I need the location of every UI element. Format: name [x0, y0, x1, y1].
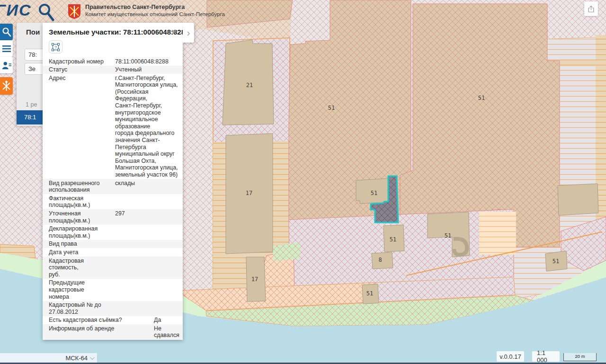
- table-row: Фактическая площадь(кв.м.): [43, 194, 183, 209]
- svg-text:8: 8: [378, 257, 382, 263]
- parcel-info-popup: Земельные участки: 78:11:0006048:8288 × …: [43, 23, 183, 340]
- table-row: Предыдущие кадастровые номера: [43, 279, 183, 301]
- person-list-icon: [1, 60, 12, 71]
- row-label: Вид права: [49, 240, 115, 248]
- layer-select-input[interactable]: Зе: [25, 63, 43, 75]
- app-window: 215151175151518175151 РГИС Правительство…: [0, 0, 606, 364]
- owner-search-button[interactable]: [0, 57, 13, 73]
- table-row: Вид разрешенного использованиясклады: [43, 179, 183, 194]
- map-parcel[interactable]: [560, 60, 597, 66]
- svg-text:21: 21: [246, 82, 253, 89]
- row-value: [115, 249, 178, 256]
- table-row: Вид права: [43, 240, 183, 249]
- building-8[interactable]: [372, 252, 393, 269]
- table-row: СтатусУчтенный: [43, 66, 183, 74]
- svg-text:51: 51: [366, 290, 373, 297]
- row-value: [115, 240, 178, 248]
- svg-text:51: 51: [390, 236, 396, 243]
- gov-header-text: Правительство Санкт-Петербурга Комитет и…: [85, 4, 225, 17]
- popup-title: Земельные участки: 78:11:0006048:8288: [43, 23, 183, 36]
- cadastral-number-input[interactable]: 78:: [25, 49, 43, 61]
- scale-indicator[interactable]: 1:1 000: [532, 351, 560, 362]
- building-right-top[interactable]: [558, 184, 598, 215]
- close-icon[interactable]: ×: [169, 27, 178, 36]
- svg-text:51: 51: [328, 105, 335, 111]
- version-badge: v.0.0.17: [497, 351, 524, 362]
- row-value: Да: [154, 317, 178, 324]
- row-label: Декларированная площадь(кв.м.): [49, 225, 115, 239]
- popup-table: Кадастровый номер78:11:0006048:8288Стату…: [43, 57, 183, 340]
- map-parcel[interactable]: [479, 212, 516, 255]
- spb-emblem-icon: [1, 80, 11, 92]
- row-label: Статус: [49, 66, 115, 73]
- row-label: Адрес: [49, 75, 115, 178]
- search-panel: Пои 78: Зе 1 ре 78:1: [17, 23, 43, 126]
- table-row: Кадастровый номер78:11:0006048:8288: [43, 57, 183, 66]
- row-label: Вид разрешенного использования: [49, 180, 115, 194]
- table-row: Информация об арендеНе сдавался: [43, 324, 183, 339]
- row-label: Фактическая площадь(кв.м.): [49, 195, 115, 209]
- row-value: [115, 225, 178, 239]
- row-label: Кадастровый № до 27.08.2012: [49, 302, 115, 315]
- table-row: Уточненная площадь(кв.м.)297: [43, 209, 183, 224]
- row-value: [115, 257, 178, 278]
- identify-tool-icon: ?: [52, 43, 60, 51]
- row-label: Предыдущие кадастровые номера: [49, 279, 115, 300]
- result-row-selected[interactable]: 78:1: [17, 110, 43, 124]
- svg-text:51: 51: [478, 95, 485, 101]
- row-value: г.Санкт-Петербург, Магнитогорская улица,…: [115, 75, 178, 178]
- row-value: [115, 279, 178, 300]
- results-count: 1 ре: [26, 101, 37, 108]
- table-row: Декларированная площадь(кв.м.): [43, 225, 183, 240]
- layers-menu-button[interactable]: [0, 40, 13, 57]
- svg-text:?: ?: [54, 44, 57, 49]
- row-label: Есть кадастровая съёмка?: [49, 317, 154, 324]
- search-tool-button[interactable]: [0, 24, 13, 40]
- row-value: Не сдавался: [154, 325, 179, 339]
- table-row: Кадастровая стоимость, руб.: [43, 257, 183, 279]
- row-value: 78:11:0006048:8288: [115, 58, 178, 65]
- identify-tool-button[interactable]: ?: [49, 40, 62, 53]
- table-row: Адресг.Санкт-Петербург, Магнитогорская у…: [43, 74, 183, 179]
- gov-line1: Правительство Санкт-Петербурга: [85, 4, 225, 10]
- crs-label: МСК-64: [65, 355, 88, 362]
- row-value: [115, 302, 178, 315]
- chevron-right-icon: ›: [187, 27, 190, 38]
- expand-panel-toggle[interactable]: ›: [183, 23, 194, 43]
- hamburger-icon: [2, 44, 11, 53]
- chevron-down-icon: [90, 355, 95, 360]
- row-label: Информация об аренде: [49, 325, 154, 339]
- svg-text:17: 17: [251, 276, 258, 283]
- search-icon: [1, 26, 12, 38]
- row-value: Учтенный: [115, 66, 178, 73]
- search-panel-title: Пои: [26, 28, 40, 36]
- row-value: [115, 195, 178, 209]
- table-row: Есть кадастровая съёмка?Да: [43, 316, 183, 325]
- logo-magnifier-icon: [36, 2, 56, 22]
- spb-coat-of-arms-icon: [67, 3, 81, 19]
- share-icon: [587, 5, 595, 13]
- svg-text:17: 17: [246, 190, 252, 196]
- gov-line2: Комитет имущественных отношений Санкт-Пе…: [85, 11, 225, 17]
- scalebar: 20 m: [563, 353, 597, 361]
- row-value: склады: [115, 180, 178, 194]
- rgis-logo[interactable]: РГИС: [0, 1, 32, 19]
- row-label: Уточненная площадь(кв.м.): [49, 210, 115, 224]
- share-button[interactable]: [584, 1, 598, 16]
- svg-text:51: 51: [445, 232, 451, 239]
- svg-text:51: 51: [371, 190, 377, 196]
- table-row: Кадастровый № до 27.08.2012: [43, 301, 183, 316]
- table-row: Дата учета: [43, 248, 183, 257]
- crs-selector[interactable]: МСК-64: [0, 353, 98, 363]
- row-label: Кадастровая стоимость, руб.: [49, 257, 115, 278]
- svg-text:51: 51: [553, 258, 559, 265]
- row-label: Дата учета: [49, 249, 115, 256]
- row-value: 297: [115, 210, 178, 224]
- spb-services-button[interactable]: [0, 77, 13, 95]
- row-label: Кадастровый номер: [49, 58, 115, 65]
